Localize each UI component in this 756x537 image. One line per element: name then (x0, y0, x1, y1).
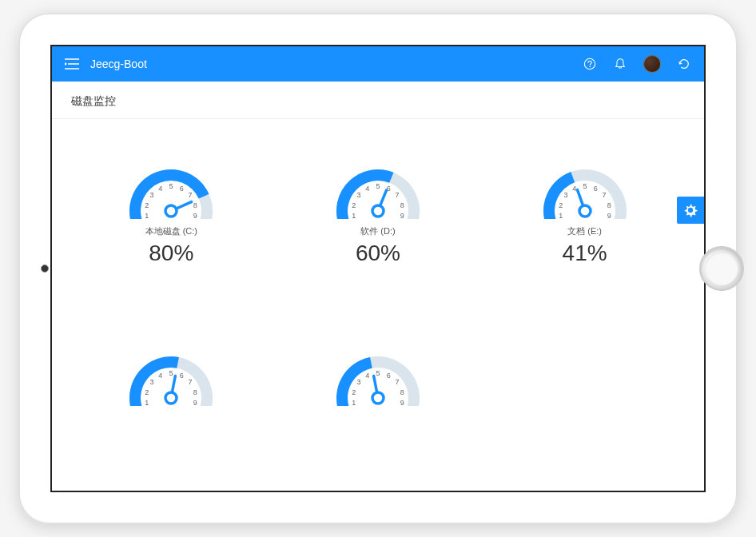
svg-text:2: 2 (145, 201, 149, 209)
gauge-value: 41% (563, 241, 607, 266)
gauge-chart: 123456789 (322, 338, 434, 406)
header-bar: Jeecg-Boot (52, 46, 704, 82)
bell-icon[interactable] (613, 57, 627, 71)
gauge-label: 软件 (D:) (360, 225, 395, 237)
svg-text:7: 7 (189, 191, 193, 199)
gauge-item: 123456789 软件 (D:) 60% (290, 151, 466, 266)
svg-text:3: 3 (150, 378, 154, 386)
svg-text:3: 3 (356, 378, 360, 386)
svg-point-26 (372, 205, 384, 217)
svg-text:5: 5 (169, 369, 173, 377)
svg-text:6: 6 (180, 372, 184, 380)
svg-text:3: 3 (150, 191, 154, 199)
svg-text:4: 4 (365, 185, 369, 193)
svg-text:7: 7 (396, 191, 400, 199)
gauge-value: 80% (149, 241, 193, 266)
svg-text:1: 1 (145, 399, 149, 406)
svg-text:9: 9 (193, 399, 197, 406)
svg-text:4: 4 (158, 372, 162, 380)
svg-text:5: 5 (169, 182, 173, 190)
page-title: 磁盘监控 (52, 82, 704, 119)
svg-text:4: 4 (158, 185, 162, 193)
svg-text:5: 5 (376, 182, 380, 190)
svg-text:3: 3 (563, 191, 567, 199)
svg-text:6: 6 (593, 185, 597, 193)
svg-text:8: 8 (193, 201, 197, 209)
svg-text:1: 1 (352, 212, 356, 219)
svg-text:8: 8 (607, 201, 611, 209)
svg-text:2: 2 (352, 201, 356, 209)
svg-text:1: 1 (559, 212, 563, 219)
svg-text:9: 9 (400, 399, 404, 406)
gauge-item: 123456789 本地磁盘 (C:) 80% (83, 151, 259, 266)
svg-text:4: 4 (365, 372, 369, 380)
menu-toggle-icon[interactable] (65, 58, 79, 70)
help-icon[interactable] (583, 57, 597, 71)
user-avatar[interactable] (643, 55, 661, 73)
home-button-inner (705, 252, 738, 285)
svg-text:2: 2 (352, 388, 356, 396)
header-actions (583, 55, 691, 73)
svg-text:8: 8 (400, 388, 404, 396)
gauge-label: 文档 (E:) (567, 225, 602, 237)
svg-text:5: 5 (583, 182, 587, 190)
svg-point-48 (165, 392, 177, 404)
content-area: 123456789 本地磁盘 (C:) 80% 123456789 软件 (D:… (52, 119, 704, 491)
svg-text:2: 2 (145, 388, 149, 396)
svg-point-3 (584, 58, 595, 69)
svg-text:7: 7 (602, 191, 606, 199)
gauge-item: 123456789 (290, 338, 466, 416)
gauge-chart: 123456789 (115, 338, 227, 406)
svg-text:7: 7 (189, 378, 193, 386)
app-title: Jeecg-Boot (90, 58, 147, 70)
svg-text:9: 9 (607, 212, 611, 219)
tablet-camera (41, 265, 49, 272)
svg-text:9: 9 (193, 212, 197, 219)
svg-text:4: 4 (572, 185, 576, 193)
svg-text:8: 8 (193, 388, 197, 396)
svg-text:6: 6 (387, 372, 391, 380)
gear-icon (683, 203, 698, 217)
svg-text:7: 7 (396, 378, 400, 386)
svg-point-4 (589, 66, 591, 68)
gauge-value: 60% (356, 241, 400, 266)
gauge-row-1: 123456789 本地磁盘 (C:) 80% 123456789 软件 (D:… (68, 151, 688, 266)
svg-text:1: 1 (352, 399, 356, 406)
tablet-frame: Jeecg-Boot (18, 13, 738, 524)
svg-text:1: 1 (145, 212, 149, 219)
app-screen: Jeecg-Boot (50, 45, 706, 492)
refresh-icon[interactable] (677, 57, 691, 71)
gauge-chart: 123456789 (115, 151, 227, 219)
tablet-home-button[interactable] (699, 246, 744, 291)
svg-text:8: 8 (400, 201, 404, 209)
gauge-label: 本地磁盘 (C:) (145, 225, 197, 237)
gauge-item: 123456789 (83, 338, 259, 416)
svg-point-37 (579, 205, 591, 217)
settings-drawer-button[interactable] (677, 197, 704, 224)
svg-text:9: 9 (400, 212, 404, 219)
gauge-row-2: 123456789 123456789 (68, 338, 688, 416)
svg-text:2: 2 (559, 201, 563, 209)
gauge-chart: 123456789 (322, 151, 434, 219)
svg-text:6: 6 (180, 185, 184, 193)
svg-point-15 (165, 205, 177, 217)
gauge-chart: 123456789 (529, 151, 641, 219)
svg-text:3: 3 (356, 191, 360, 199)
svg-text:5: 5 (376, 369, 380, 377)
svg-point-59 (372, 392, 384, 404)
gauge-item: 123456789 文档 (E:) 41% (497, 151, 673, 266)
